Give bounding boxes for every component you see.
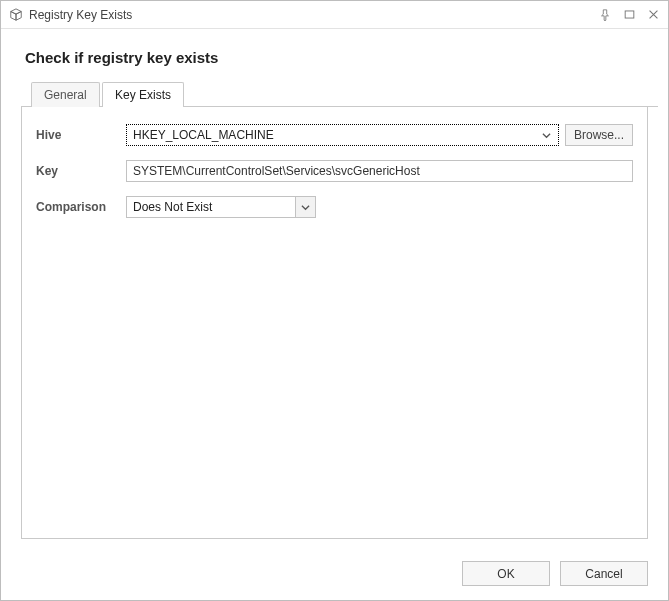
page-title: Check if registry key exists — [25, 49, 648, 66]
cube-icon — [9, 8, 23, 22]
label-key: Key — [36, 164, 126, 178]
cancel-button[interactable]: Cancel — [560, 561, 648, 586]
comparison-combobox[interactable]: Does Not Exist — [126, 196, 316, 218]
maximize-icon[interactable] — [622, 8, 636, 22]
row-comparison: Comparison Does Not Exist — [36, 195, 633, 219]
label-hive: Hive — [36, 128, 126, 142]
label-comparison: Comparison — [36, 200, 126, 214]
comparison-value: Does Not Exist — [133, 200, 295, 214]
title-bar: Registry Key Exists — [1, 1, 668, 29]
browse-button[interactable]: Browse... — [565, 124, 633, 146]
svg-rect-0 — [625, 11, 634, 18]
window-controls — [598, 8, 660, 22]
hive-value: HKEY_LOCAL_MACHINE — [133, 128, 540, 142]
content-area: Check if registry key exists General Key… — [1, 29, 668, 549]
window-title: Registry Key Exists — [29, 8, 598, 22]
tab-key-exists[interactable]: Key Exists — [102, 82, 184, 107]
close-icon[interactable] — [646, 8, 660, 22]
pin-icon[interactable] — [598, 8, 612, 22]
button-bar: OK Cancel — [1, 549, 668, 600]
ok-button[interactable]: OK — [462, 561, 550, 586]
dialog-window: Registry Key Exists Check if registry ke… — [0, 0, 669, 601]
tab-strip: General Key Exists — [31, 82, 648, 107]
tab-general[interactable]: General — [31, 82, 100, 107]
chevron-down-icon[interactable] — [295, 197, 315, 217]
tab-label: Key Exists — [115, 88, 171, 102]
chevron-down-icon[interactable] — [540, 128, 554, 142]
tab-label: General — [44, 88, 87, 102]
row-hive: Hive HKEY_LOCAL_MACHINE Browse... — [36, 123, 633, 147]
hive-combobox[interactable]: HKEY_LOCAL_MACHINE — [126, 124, 559, 146]
key-input[interactable] — [126, 160, 633, 182]
row-key: Key — [36, 159, 633, 183]
tab-panel-key-exists: Hive HKEY_LOCAL_MACHINE Browse... Key Co… — [21, 107, 648, 539]
